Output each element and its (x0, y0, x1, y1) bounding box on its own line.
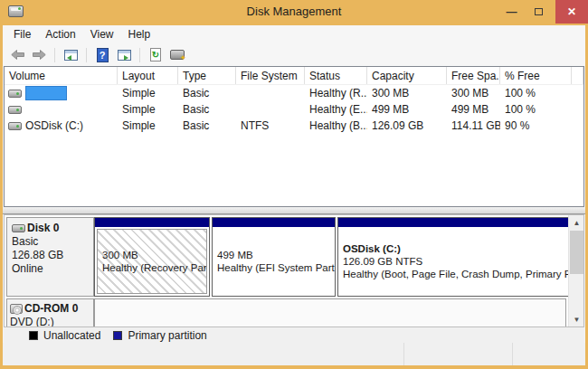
volume-row-recovery[interactable]: Simple Basic Healthy (R... 300 MB 300 MB… (5, 85, 583, 101)
graphical-view: Disk 0 Basic 126.88 GB Online 300 MB Hea… (4, 214, 584, 327)
column-header-percent-free[interactable]: % Free (500, 67, 572, 84)
disk0-name: Disk 0 (27, 222, 59, 235)
capacity-cell: 126.09 GB (367, 119, 447, 132)
disk0-row: Disk 0 Basic 126.88 GB Online 300 MB Hea… (6, 217, 566, 297)
volume-cell: OSDisk (C:) (5, 119, 118, 132)
disk0-status: Online (12, 262, 93, 276)
unallocated-swatch (29, 331, 38, 340)
close-icon: ✕ (567, 5, 576, 18)
close-button[interactable]: ✕ (555, 0, 588, 24)
menu-help[interactable]: Help (121, 26, 158, 43)
partition-osdisk[interactable]: OSDisk (C:) 126.09 GB NTFS Healthy (Boot… (337, 217, 569, 297)
refresh-icon: ↻ (150, 48, 161, 62)
disk0-label[interactable]: Disk 0 Basic 126.88 GB Online (6, 217, 94, 297)
column-header-status[interactable]: Status (305, 67, 367, 84)
file-system-cell: NTFS (236, 119, 305, 132)
status-bar (3, 343, 585, 365)
menu-action[interactable]: Action (38, 26, 82, 43)
volume-row-efi[interactable]: Simple Basic Healthy (E... 499 MB 499 MB… (5, 101, 583, 118)
percent-free-cell: 100 % (500, 103, 572, 116)
percent-free-cell: 100 % (500, 87, 572, 99)
menu-file[interactable]: File (6, 26, 38, 43)
status-cell: Healthy (B... (305, 119, 367, 132)
minimize-button[interactable]: — (498, 0, 525, 24)
cdrom-icon (10, 304, 23, 314)
cdrom0-name: CD-ROM 0 (24, 302, 78, 316)
back-icon (11, 50, 24, 60)
forward-button[interactable] (30, 46, 48, 64)
cdrom0-row: CD-ROM 0 DVD (D:) (6, 298, 566, 327)
type-cell: Basic (178, 119, 236, 132)
column-header-layout[interactable]: Layout (118, 67, 178, 84)
cdrom0-media: DVD (D:) (10, 316, 93, 327)
column-header-free-space[interactable]: Free Spa... (447, 67, 500, 84)
disk0-size: 126.88 GB (12, 249, 93, 262)
minimize-icon: — (507, 5, 517, 18)
scroll-down-icon[interactable]: ▼ (569, 312, 584, 326)
partition-color-band (213, 218, 335, 227)
disk-icon (12, 224, 25, 232)
partition-status: Healthy (Boot, Page File, Crash Dump, Pr… (343, 268, 568, 280)
capacity-cell: 300 MB (367, 87, 447, 99)
cdrom0-media-area[interactable] (94, 298, 566, 327)
partition-info: OSDisk (C:) 126.09 GB NTFS Healthy (Boot… (338, 227, 568, 296)
pane-splitter[interactable] (3, 207, 585, 214)
graphical-view-scrollbar[interactable]: ▲ ▼ (568, 215, 583, 326)
partition-efi[interactable]: 499 MB Healthy (EFI System Partit (212, 217, 336, 297)
refresh-button[interactable]: ↻ (147, 46, 165, 64)
volume-icon (8, 90, 22, 98)
help-button[interactable]: ? (93, 46, 111, 64)
percent-free-cell: 90 % (500, 119, 572, 132)
scrollbar-thumb[interactable] (570, 231, 583, 274)
column-header-volume[interactable]: Volume (5, 67, 118, 84)
status-cell: Healthy (E... (305, 103, 367, 116)
column-header-capacity[interactable]: Capacity (367, 67, 447, 84)
volume-icon (8, 106, 22, 114)
partition-info: 300 MB Healthy (Recovery Parti (97, 229, 207, 294)
legend-bar: Unallocated Primary partition (4, 327, 584, 343)
cdrom0-label[interactable]: CD-ROM 0 DVD (D:) (6, 298, 94, 327)
unallocated-label: Unallocated (43, 329, 100, 342)
primary-partition-label: Primary partition (128, 329, 206, 342)
column-header-type[interactable]: Type (178, 67, 236, 84)
layout-cell: Simple (118, 103, 178, 116)
column-header-file-system[interactable]: File System (236, 67, 305, 84)
partition-status: Healthy (Recovery Parti (102, 261, 206, 274)
free-space-cell: 300 MB (447, 87, 500, 99)
create-vhd-button[interactable] (168, 46, 186, 64)
partition-info: 499 MB Healthy (EFI System Partit (213, 227, 335, 296)
partition-size: 300 MB (102, 249, 206, 261)
scroll-up-icon[interactable]: ▲ (569, 215, 584, 230)
status-section-main (3, 343, 403, 365)
create-vhd-icon (170, 50, 185, 60)
maximize-icon (535, 8, 543, 15)
show-action-pane-button[interactable] (115, 46, 133, 64)
back-button[interactable] (8, 46, 26, 64)
partition-recovery[interactable]: 300 MB Healthy (Recovery Parti (94, 217, 210, 297)
free-space-cell: 114.11 GB (447, 119, 500, 132)
toolbar-separator (139, 48, 140, 62)
partition-size: 499 MB (217, 249, 335, 261)
column-header-filler (572, 67, 583, 84)
action-pane-icon (118, 50, 131, 61)
layout-cell: Simple (118, 87, 178, 99)
status-cell: Healthy (R... (305, 87, 367, 99)
partition-size: 126.09 GB NTFS (343, 255, 568, 268)
type-cell: Basic (178, 103, 236, 116)
maximize-button[interactable] (526, 0, 552, 24)
layout-cell: Simple (118, 119, 178, 132)
partition-color-band (338, 218, 568, 227)
console-tree-icon (64, 50, 78, 61)
forward-icon (33, 50, 46, 60)
disk-management-window: Disk Management — ✕ File Action View Hel… (0, 0, 588, 369)
titlebar[interactable]: Disk Management — ✕ (0, 0, 588, 25)
volume-list: Volume Layout Type File System Status Ca… (4, 66, 584, 207)
type-cell: Basic (178, 87, 236, 99)
show-console-tree-button[interactable] (62, 46, 80, 64)
menu-view[interactable]: View (83, 26, 121, 43)
capacity-cell: 499 MB (367, 103, 447, 116)
volume-row-osdisk[interactable]: OSDisk (C:) Simple Basic NTFS Healthy (B… (5, 118, 583, 134)
volume-cell (5, 86, 118, 100)
status-section-2 (403, 343, 512, 365)
primary-partition-swatch (113, 331, 122, 340)
